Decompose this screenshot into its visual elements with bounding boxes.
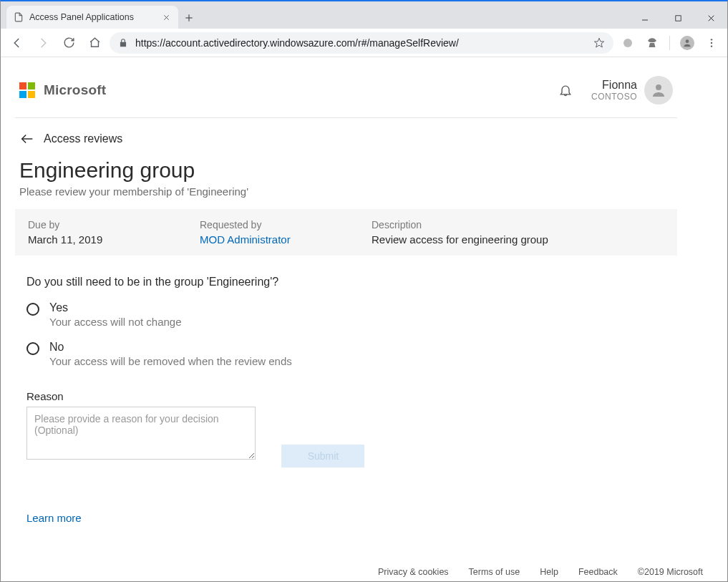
review-info-bar: Due by March 11, 2019 Requested by MOD A…	[15, 209, 677, 256]
new-tab-button[interactable]	[178, 7, 200, 29]
browser-tab[interactable]: Access Panel Applications	[6, 6, 178, 29]
window-titlebar: Access Panel Applications	[1, 1, 727, 29]
back-to-reviews[interactable]: Access reviews	[15, 118, 127, 155]
option-yes-label: Yes	[49, 301, 182, 314]
reason-input[interactable]	[26, 407, 256, 460]
requested-by-link[interactable]: MOD Administrator	[200, 233, 372, 246]
user-name: Fionna	[591, 79, 637, 92]
footer-feedback[interactable]: Feedback	[578, 567, 618, 577]
tab-close-icon[interactable]	[161, 12, 171, 22]
nav-reload-button[interactable]	[58, 32, 79, 54]
toolbar-divider	[669, 36, 670, 50]
svg-point-13	[711, 45, 712, 47]
svg-point-12	[711, 42, 712, 43]
viewport: Microsoft Fionna CONTOSO Access reviews	[1, 57, 727, 581]
window-close-button[interactable]	[694, 7, 727, 29]
due-by-value: March 11, 2019	[28, 233, 200, 246]
page-subtitle: Please review your membership of 'Engine…	[19, 185, 673, 198]
user-block[interactable]: Fionna CONTOSO	[591, 79, 637, 102]
description-label: Description	[372, 219, 664, 231]
window-minimize-button[interactable]	[628, 7, 661, 29]
window-maximize-button[interactable]	[661, 7, 694, 29]
svg-point-14	[656, 84, 661, 90]
requested-by-label: Requested by	[200, 219, 372, 231]
option-yes-desc: Your access will not change	[49, 316, 182, 328]
user-org: CONTOSO	[591, 92, 637, 102]
extension-icon[interactable]	[618, 33, 638, 53]
option-no-label: No	[49, 341, 292, 354]
footer-privacy[interactable]: Privacy & cookies	[378, 567, 449, 577]
option-yes[interactable]: Yes Your access will not change	[15, 299, 677, 338]
page-scroll[interactable]: Microsoft Fionna CONTOSO Access reviews	[1, 57, 727, 581]
page-title: Engineering group	[19, 158, 673, 183]
submit-button[interactable]: Submit	[281, 445, 364, 467]
window-controls	[628, 7, 727, 29]
bookmark-star-icon[interactable]	[593, 37, 605, 49]
footer-help[interactable]: Help	[540, 567, 558, 577]
reason-label: Reason	[15, 377, 677, 407]
back-label: Access reviews	[44, 132, 122, 145]
option-no[interactable]: No Your access will be removed when the …	[15, 338, 677, 377]
browser-menu-button[interactable]	[702, 33, 722, 53]
browser-toolbar: https://account.activedirectory.windowsa…	[1, 29, 727, 57]
learn-more-link[interactable]: Learn more	[26, 512, 82, 524]
review-question: Do you still need to be in the group 'En…	[15, 276, 677, 299]
microsoft-wordmark: Microsoft	[44, 82, 106, 98]
page-footer: Privacy & cookies Terms of use Help Feed…	[378, 567, 703, 577]
option-no-desc: Your access will be removed when the rev…	[49, 355, 292, 367]
tab-title: Access Panel Applications	[29, 12, 155, 22]
brand-header: Microsoft Fionna CONTOSO	[15, 72, 677, 118]
svg-marker-8	[594, 38, 603, 47]
due-by-label: Due by	[28, 219, 200, 231]
description-value: Review access for engineering group	[372, 233, 664, 246]
microsoft-logo[interactable]: Microsoft	[19, 82, 106, 98]
avatar[interactable]	[644, 76, 673, 105]
extension-icon-2[interactable]	[642, 33, 662, 53]
lock-icon	[118, 38, 128, 48]
notifications-button[interactable]	[553, 77, 578, 103]
url-text: https://account.activedirectory.windowsa…	[135, 37, 586, 49]
nav-home-button[interactable]	[84, 32, 105, 54]
nav-forward-button[interactable]	[32, 32, 54, 54]
svg-point-9	[623, 39, 632, 47]
nav-back-button[interactable]	[6, 32, 28, 54]
footer-copyright: ©2019 Microsoft	[638, 567, 703, 577]
address-bar[interactable]: https://account.activedirectory.windowsa…	[110, 32, 613, 54]
page-hero: Engineering group Please review your mem…	[15, 155, 677, 209]
footer-terms[interactable]: Terms of use	[469, 567, 520, 577]
arrow-left-icon	[19, 131, 35, 147]
svg-point-11	[711, 39, 712, 40]
radio-no[interactable]	[26, 342, 39, 355]
radio-yes[interactable]	[26, 303, 39, 316]
svg-rect-5	[675, 15, 680, 20]
svg-point-10	[686, 39, 689, 43]
microsoft-logo-icon	[19, 82, 35, 98]
profile-button[interactable]	[677, 33, 697, 53]
page-icon	[14, 12, 24, 22]
